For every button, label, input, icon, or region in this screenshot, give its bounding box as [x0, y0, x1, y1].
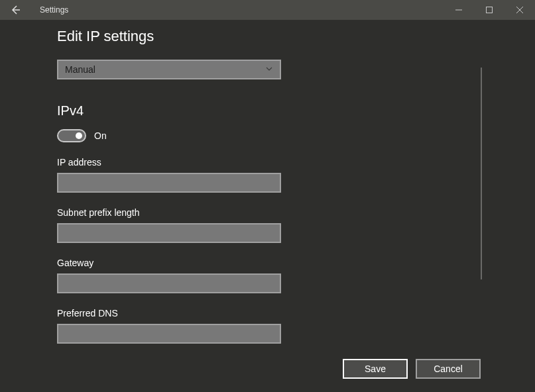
gateway-label: Gateway: [57, 258, 481, 268]
window-controls: [444, 0, 535, 20]
subnet-prefix-label: Subnet prefix length: [57, 207, 481, 218]
ip-address-field-group: IP address: [57, 157, 481, 193]
back-button[interactable]: [0, 0, 30, 20]
gateway-field-group: Gateway: [57, 258, 481, 293]
minimize-icon: [455, 7, 462, 13]
dialog-buttons: Save Cancel: [343, 359, 481, 379]
toggle-state-label: On: [94, 130, 107, 141]
dialog-overlay: Edit IP settings Manual IPv4 On IP addre…: [0, 20, 535, 392]
preferred-dns-label: Preferred DNS: [57, 308, 481, 318]
ipv4-toggle[interactable]: [57, 129, 86, 142]
dropdown-selected-label: Manual: [65, 64, 95, 75]
window-title: Settings: [40, 5, 68, 15]
subnet-prefix-field-group: Subnet prefix length: [57, 207, 481, 243]
ip-address-label: IP address: [57, 157, 481, 168]
dialog-title: Edit IP settings: [57, 28, 481, 45]
svg-rect-0: [487, 7, 493, 13]
preferred-dns-input[interactable]: [57, 324, 281, 344]
chevron-down-icon: [265, 64, 273, 75]
subnet-prefix-input[interactable]: [57, 223, 281, 243]
maximize-icon: [486, 7, 493, 13]
minimize-button[interactable]: [444, 0, 474, 20]
dialog-content: Edit IP settings Manual IPv4 On IP addre…: [57, 28, 481, 358]
ipv4-heading: IPv4: [57, 103, 481, 119]
close-icon: [516, 7, 523, 13]
close-button[interactable]: [505, 0, 535, 20]
maximize-button[interactable]: [474, 0, 505, 20]
ipv4-toggle-row: On: [57, 129, 481, 142]
preferred-dns-field-group: Preferred DNS: [57, 308, 481, 344]
save-button[interactable]: Save: [343, 359, 408, 379]
titlebar: Settings: [0, 0, 535, 20]
cancel-button[interactable]: Cancel: [416, 359, 481, 379]
ip-mode-dropdown[interactable]: Manual: [57, 60, 281, 79]
gateway-input[interactable]: [57, 273, 281, 293]
arrow-left-icon: [10, 5, 21, 15]
ip-address-input[interactable]: [57, 173, 281, 193]
toggle-knob: [76, 132, 82, 139]
